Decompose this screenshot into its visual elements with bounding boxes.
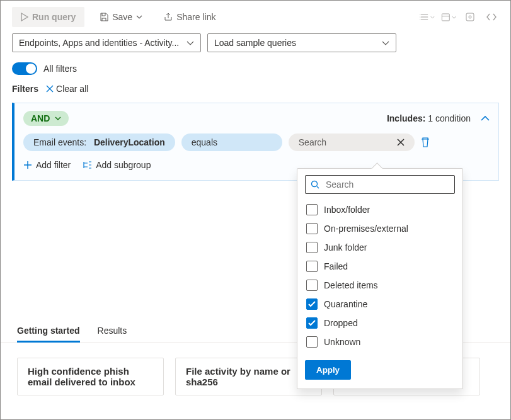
logic-operator-chip[interactable]: AND	[23, 111, 69, 126]
dropdown-search[interactable]	[305, 175, 455, 194]
option-label: On-premises/external	[324, 224, 408, 234]
share-icon	[164, 13, 173, 21]
option-label: Failed	[324, 261, 348, 271]
value-placeholder: Search	[299, 137, 326, 147]
chevron-down-icon	[55, 116, 61, 120]
plus-icon	[23, 161, 32, 169]
field-pill[interactable]: Email events: DeliveryLocation	[23, 133, 175, 151]
chevron-down-icon	[187, 41, 194, 45]
sample-label: Load sample queries	[214, 38, 296, 48]
dropdown-option[interactable]: Quarantine	[305, 295, 455, 314]
selector-row: Endpoints, Apps and identities - Activit…	[1, 31, 510, 59]
delete-condition-button[interactable]	[421, 137, 430, 147]
save-icon	[100, 13, 108, 21]
add-subgroup-button[interactable]: Add subgroup	[82, 160, 151, 170]
run-query-button[interactable]: Run query	[12, 7, 84, 27]
toolbar-right-group	[420, 9, 499, 25]
logic-operator-label: AND	[31, 113, 50, 123]
share-label: Share link	[176, 12, 215, 22]
calendar-icon[interactable]	[441, 9, 456, 25]
checkbox[interactable]	[306, 317, 318, 329]
dropdown-option[interactable]: On-premises/external	[305, 219, 455, 238]
dropdown-option[interactable]: Junk folder	[305, 238, 455, 257]
add-filter-button[interactable]: Add filter	[23, 160, 71, 170]
option-label: Unknown	[324, 337, 360, 347]
search-icon	[311, 180, 319, 189]
dropdown-option[interactable]: Failed	[305, 257, 455, 276]
all-filters-row: All filters	[1, 59, 510, 79]
all-filters-label: All filters	[43, 64, 77, 74]
all-filters-toggle[interactable]	[12, 62, 37, 75]
play-icon	[21, 13, 28, 21]
filters-header: Filters Clear all	[1, 79, 510, 99]
tab-results[interactable]: Results	[98, 319, 127, 342]
checkbox[interactable]	[306, 298, 318, 310]
chevron-down-icon	[136, 15, 142, 19]
trash-icon	[421, 137, 430, 147]
clear-value-button[interactable]	[397, 139, 405, 146]
share-link-button[interactable]: Share link	[158, 8, 222, 26]
svg-point-3	[312, 181, 318, 187]
checkbox[interactable]	[306, 280, 318, 291]
svg-point-2	[469, 16, 471, 18]
value-dropdown: Inbox/folderOn-premises/externalJunk fol…	[297, 168, 463, 389]
svg-rect-1	[466, 13, 474, 21]
clear-all-label: Clear all	[56, 84, 88, 94]
option-label: Junk folder	[324, 242, 367, 253]
scope-selector[interactable]: Endpoints, Apps and identities - Activit…	[12, 33, 201, 52]
add-filter-label: Add filter	[36, 160, 71, 170]
value-pill[interactable]: Search	[289, 133, 415, 151]
close-icon	[46, 85, 54, 93]
checkbox[interactable]	[306, 242, 318, 253]
option-label: Inbox/folder	[324, 205, 370, 215]
list-view-icon[interactable]	[420, 9, 435, 25]
dropdown-option[interactable]: Unknown	[305, 332, 455, 351]
subgroup-icon	[82, 161, 92, 169]
run-query-label: Run query	[32, 12, 76, 22]
checkbox[interactable]	[306, 223, 318, 234]
top-toolbar: Run query Save Share link	[1, 1, 510, 31]
dropdown-option[interactable]: Inbox/folder	[305, 200, 455, 219]
scope-label: Endpoints, Apps and identities - Activit…	[19, 38, 179, 48]
dropdown-option[interactable]: Dropped	[305, 314, 455, 332]
add-subgroup-label: Add subgroup	[96, 160, 151, 170]
includes-summary: Includes: 1 condition	[387, 113, 471, 123]
clear-all-button[interactable]: Clear all	[46, 84, 88, 94]
close-icon	[397, 139, 405, 146]
svg-rect-0	[442, 14, 449, 21]
option-label: Dropped	[324, 318, 358, 328]
dropdown-search-input[interactable]	[324, 179, 449, 190]
chevron-down-icon	[382, 41, 389, 45]
code-icon[interactable]	[484, 9, 499, 25]
option-label: Quarantine	[324, 299, 367, 309]
checkbox[interactable]	[306, 336, 318, 348]
settings-icon[interactable]	[462, 9, 478, 25]
dropdown-option[interactable]: Deleted items	[305, 276, 455, 295]
apply-button[interactable]: Apply	[305, 360, 351, 380]
collapse-button[interactable]	[481, 116, 490, 121]
checkbox[interactable]	[306, 204, 318, 215]
save-label: Save	[112, 12, 132, 22]
save-button[interactable]: Save	[93, 8, 149, 26]
suggestion-card[interactable]: High confidence phish email delivered to…	[17, 358, 164, 395]
sample-queries-selector[interactable]: Load sample queries	[207, 33, 396, 52]
tab-getting-started[interactable]: Getting started	[17, 319, 80, 342]
comparison-pill[interactable]: equals	[181, 133, 282, 151]
condition-row: Email events: DeliveryLocation equals Se…	[23, 133, 490, 151]
chevron-up-icon	[481, 116, 490, 121]
option-label: Deleted items	[324, 280, 378, 290]
filters-title: Filters	[12, 84, 38, 94]
checkbox[interactable]	[306, 261, 318, 272]
